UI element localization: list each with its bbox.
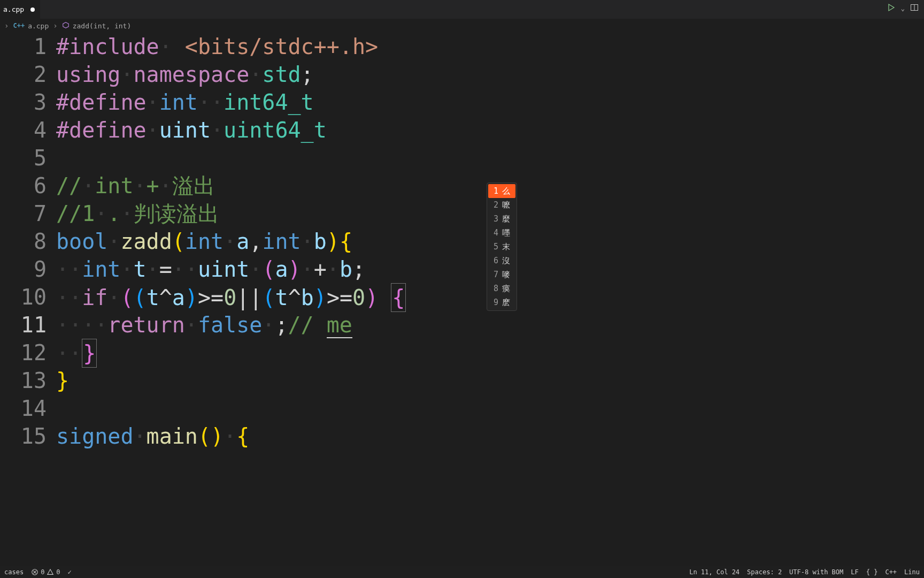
chevron-right-icon: ›: [52, 21, 58, 30]
ime-composition: me: [327, 313, 352, 338]
token-name: uint: [159, 118, 211, 142]
tab-bar: a.cpp ⌄: [0, 0, 924, 19]
ime-candidate[interactable]: 3麼: [488, 212, 515, 226]
token-semi: ;: [301, 62, 314, 87]
token-include-path: <bits/stdc++.h>: [172, 34, 378, 59]
bracket-match-open: {: [391, 283, 406, 312]
token-keyword: using: [56, 62, 120, 87]
ime-candidate[interactable]: 4嚜: [488, 226, 515, 240]
line-number-gutter: 1234 5678 9101112 131415: [0, 33, 56, 566]
cpp-file-icon: C++: [13, 22, 25, 29]
token-type: int64_t: [224, 90, 314, 115]
modified-dot-icon: [30, 7, 35, 12]
status-indent[interactable]: Spaces: 2: [747, 568, 782, 576]
editor-actions: ⌄: [887, 3, 919, 14]
status-check-icon[interactable]: ✓: [68, 568, 72, 576]
token-namespace: std: [262, 62, 301, 87]
token-keyword: bool: [56, 229, 107, 254]
ime-candidate[interactable]: 7嘜: [488, 268, 515, 282]
run-play-icon[interactable]: [887, 3, 896, 14]
status-problems[interactable]: 0 0: [31, 568, 60, 576]
status-encoding[interactable]: UTF-8 with BOM: [789, 568, 843, 576]
ime-candidate[interactable]: 8瘼: [488, 282, 515, 295]
ime-candidate[interactable]: 9麽: [488, 295, 515, 309]
status-cases[interactable]: cases: [4, 568, 24, 576]
breadcrumb-symbol[interactable]: zadd(int, int): [73, 22, 132, 30]
symbol-method-icon: [62, 21, 70, 31]
breadcrumb-file[interactable]: a.cpp: [28, 22, 49, 30]
run-chevron-icon[interactable]: ⌄: [901, 5, 905, 12]
code-content[interactable]: #include· <bits/stdc++.h> using·namespac…: [56, 33, 924, 566]
ime-candidate[interactable]: 1么: [488, 184, 515, 198]
ime-candidate[interactable]: 6沒: [488, 254, 515, 268]
token-function: zadd: [120, 229, 172, 254]
status-os[interactable]: Linu: [904, 568, 920, 576]
status-cursor-pos[interactable]: Ln 11, Col 24: [689, 568, 740, 576]
ime-candidate[interactable]: 2嚒: [488, 198, 515, 212]
token-preproc: #define: [56, 90, 147, 115]
token-keyword: namespace: [134, 62, 250, 87]
status-language[interactable]: C++: [885, 568, 897, 576]
token-preproc: #define: [56, 118, 147, 142]
bracket-match-close: }: [82, 339, 97, 368]
code-editor[interactable]: 1234 5678 9101112 131415 #include· <bits…: [0, 33, 924, 566]
ime-candidate-popup[interactable]: 1么 2嚒 3麼 4嚜 5末 6沒 7嘜 8瘼 9麽: [487, 182, 517, 311]
status-braces-icon[interactable]: { }: [866, 568, 878, 576]
tab-active[interactable]: a.cpp: [0, 0, 41, 19]
status-eol[interactable]: LF: [851, 568, 858, 576]
token-type: uint64_t: [224, 118, 327, 142]
token-preproc: #include: [56, 34, 159, 59]
chevron-right-icon: ›: [3, 21, 10, 30]
ime-candidate[interactable]: 5末: [488, 240, 515, 254]
status-bar: cases 0 0 ✓ Ln 11, Col 24 Spaces: 2 UTF-…: [0, 566, 924, 578]
split-editor-icon[interactable]: [910, 3, 919, 14]
breadcrumb[interactable]: › C++ a.cpp › zadd(int, int): [0, 19, 924, 33]
tab-filename: a.cpp: [3, 5, 24, 13]
token-keyword: int: [159, 90, 198, 115]
